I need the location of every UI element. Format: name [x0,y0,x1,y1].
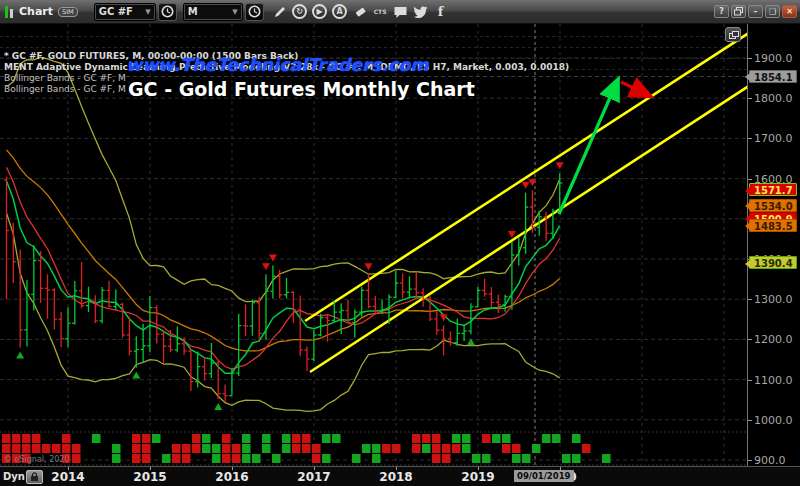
sell-marker [556,162,564,169]
price-tick-mark [748,58,752,59]
eraser-icon[interactable] [351,3,368,20]
play-circle-icon[interactable]: ▶ [311,3,328,20]
price-tick-label: 1800.0 [754,92,793,105]
axis-settings-button[interactable] [26,470,43,484]
period-combo-value: M [188,6,198,17]
price-tick-mark [748,339,752,340]
year-label: 2019 [461,470,494,484]
projection-up-arrow [559,84,616,214]
year-label: 2018 [379,470,412,484]
period-combo[interactable]: M ▼ [183,3,243,21]
restore-button[interactable] [731,5,746,18]
legend-bollinger-line-2: Bollinger Bands - GC #F, M [4,84,126,94]
lock-icon [30,472,39,482]
toolbar: Chart SIM GC #F ▼ M ▼ ↻ ▶ A [0,0,800,24]
symbol-combo-value: GC #F [99,6,133,17]
price-tick-label: 1900.0 [754,52,793,65]
price-tick-label: 1100.0 [754,374,793,387]
price-tick-mark [748,138,752,139]
dyn-scale-label: Dyn [3,471,25,482]
maximize-button[interactable]: ❑ [765,5,780,18]
pencil-icon[interactable] [271,3,288,20]
symbol-combo[interactable]: GC #F ▼ [94,3,156,21]
facebook-icon[interactable]: f [432,3,449,20]
price-level-flag: 1483.5 [749,219,797,232]
price-tick-label: 1000.0 [754,414,793,427]
price-tick-mark [748,299,752,300]
price-axis[interactable]: 1900.01800.01700.01600.01500.01400.01300… [747,24,800,466]
price-level-flag: 1390.4 [749,256,797,269]
buy-marker [467,338,475,345]
twitter-icon[interactable] [412,3,429,20]
buy-marker [16,351,24,358]
cts-label: CTS [374,8,387,15]
app-logo-icon [5,5,15,19]
buy-marker [132,372,140,379]
price-tick-mark [748,98,752,99]
symbol-history-button[interactable] [158,3,177,21]
interval-clock-button[interactable] [245,3,264,21]
chevron-down-icon: ▼ [226,8,237,16]
esignal-credit: © eSignal, 2020 [4,455,69,464]
year-label: 2015 [133,470,166,484]
legend-bollinger-line-1: Bollinger Bands - GC #F, M [4,73,126,83]
letter-a-circle-icon[interactable]: A [331,3,348,20]
sim-badge: SIM [58,7,78,17]
price-tick-mark [748,460,752,461]
price-tick-mark [748,420,752,421]
price-level-flag: 1571.7 [749,183,797,196]
buy-marker [214,403,222,410]
minimize-button[interactable]: – [748,5,763,18]
sell-marker [364,263,372,270]
current-bar-date-flag: 09/01/2019 [514,470,574,482]
website-watermark: www.TheTechnicalTraders.com [126,55,428,75]
price-tick-label: 1300.0 [754,293,793,306]
year-label: 2014 [51,470,84,484]
chart-window: Chart SIM GC #F ▼ M ▼ ↻ ▶ A [0,0,800,486]
sell-marker [269,254,277,261]
year-label: 2017 [297,470,330,484]
close-button[interactable]: ✕ [782,5,797,18]
linked-window-icon[interactable] [725,27,741,42]
price-tick-mark [748,380,752,381]
sell-marker [262,263,270,270]
help-button[interactable]: ? [714,5,729,18]
sell-marker [522,182,530,189]
redo-circle-icon[interactable]: ↻ [291,3,308,20]
price-tick-label: 1700.0 [754,132,793,145]
price-level-flag: 1854.1 [749,70,797,83]
time-axis[interactable]: Dyn 201420152016201720182019202009/01/20… [0,466,800,486]
price-tick-label: 1200.0 [754,333,793,346]
clock-icon [248,5,261,18]
price-tick-mark [748,179,752,180]
price-level-flag: 1534.0 [749,199,797,212]
page-title: GC - Gold Futures Monthly Chart [128,78,475,100]
clock-icon [161,5,174,18]
year-label: 2016 [215,470,248,484]
app-title: Chart [19,5,53,18]
chevron-down-icon: ▼ [139,8,150,16]
chat-icon[interactable] [392,3,409,20]
